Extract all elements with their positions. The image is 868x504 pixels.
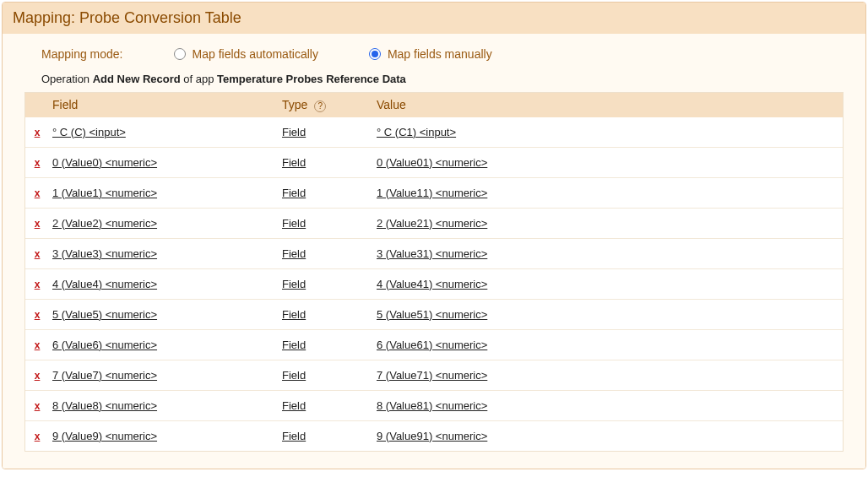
field-link[interactable]: 5 (Value5) <numeric> [52, 308, 157, 321]
value-link[interactable]: 8 (Value81) <numeric> [377, 399, 487, 412]
delete-row-button[interactable]: x [35, 279, 41, 290]
value-cell: 1 (Value11) <numeric> [375, 187, 843, 199]
value-link[interactable]: 2 (Value21) <numeric> [377, 217, 487, 230]
type-link[interactable]: Field [282, 247, 306, 260]
delete-row-button[interactable]: x [35, 309, 41, 321]
field-cell: 5 (Value5) <numeric> [49, 308, 282, 321]
table-row: x1 (Value1) <numeric>Field1 (Value11) <n… [25, 177, 843, 208]
operation-app: Temperature Probes Reference Data [217, 73, 406, 85]
delete-cell: x [25, 369, 49, 382]
radio-auto-label: Map fields automatically [193, 47, 318, 61]
type-cell: Field [282, 247, 375, 260]
type-link[interactable]: Field [282, 430, 306, 442]
delete-row-button[interactable]: x [35, 218, 41, 230]
field-link[interactable]: 6 (Value6) <numeric> [52, 339, 157, 351]
delete-row-button[interactable]: x [35, 127, 41, 138]
delete-row-button[interactable]: x [35, 400, 41, 412]
panel-body: Mapping mode: Map fields automatically M… [3, 34, 865, 469]
field-link[interactable]: 1 (Value1) <numeric> [52, 187, 157, 199]
value-link[interactable]: 3 (Value31) <numeric> [377, 247, 487, 260]
mapping-mode-label: Mapping mode: [41, 47, 123, 61]
table-row: x8 (Value8) <numeric>Field8 (Value81) <n… [25, 390, 843, 420]
field-link[interactable]: 3 (Value3) <numeric> [52, 247, 157, 260]
operation-line: Operation Add New Record of app Temperat… [24, 71, 844, 92]
table-header: Field Type ? Value [25, 93, 843, 117]
type-link[interactable]: Field [282, 308, 306, 321]
radio-icon [174, 48, 186, 60]
type-link[interactable]: Field [282, 126, 306, 138]
value-link[interactable]: 4 (Value41) <numeric> [377, 278, 487, 290]
type-cell: Field [282, 369, 375, 382]
value-link[interactable]: 0 (Value01) <numeric> [377, 156, 487, 169]
delete-row-button[interactable]: x [35, 187, 41, 199]
operation-action: Add New Record [93, 73, 181, 85]
table-row: x° C (C) <input>Field° C (C1) <input> [25, 117, 843, 147]
value-link[interactable]: ° C (C1) <input> [377, 126, 456, 138]
value-cell: 0 (Value01) <numeric> [375, 156, 843, 169]
mapping-table: Field Type ? Value x° C (C) <input>Field… [24, 92, 844, 452]
field-cell: 1 (Value1) <numeric> [49, 187, 282, 199]
type-cell: Field [282, 278, 375, 290]
mapping-mode-radio-group: Map fields automatically Map fields manu… [174, 47, 492, 61]
value-cell: 4 (Value41) <numeric> [375, 278, 843, 290]
type-link[interactable]: Field [282, 217, 306, 230]
table-row: x6 (Value6) <numeric>Field6 (Value61) <n… [25, 329, 843, 360]
delete-row-button[interactable]: x [35, 339, 41, 351]
field-cell: 7 (Value7) <numeric> [49, 369, 282, 382]
field-cell: 8 (Value8) <numeric> [49, 399, 282, 412]
field-link[interactable]: 9 (Value9) <numeric> [52, 430, 157, 442]
table-body: x° C (C) <input>Field° C (C1) <input>x0 … [25, 117, 843, 451]
value-link[interactable]: 6 (Value61) <numeric> [377, 339, 487, 351]
field-link[interactable]: 8 (Value8) <numeric> [52, 399, 157, 412]
col-value-header: Value [375, 98, 843, 112]
delete-row-button[interactable]: x [35, 248, 41, 260]
col-field-header: Field [49, 98, 282, 112]
radio-manual-label: Map fields manually [388, 47, 492, 61]
field-link[interactable]: ° C (C) <input> [52, 126, 126, 138]
field-link[interactable]: 2 (Value2) <numeric> [52, 217, 157, 230]
mapping-panel: Mapping: Probe Conversion Table Mapping … [2, 2, 866, 469]
type-cell: Field [282, 217, 375, 230]
value-cell: 7 (Value71) <numeric> [375, 369, 843, 382]
field-cell: 0 (Value0) <numeric> [49, 156, 282, 169]
type-link[interactable]: Field [282, 156, 306, 169]
value-cell: 9 (Value91) <numeric> [375, 430, 843, 442]
mapping-mode-row: Mapping mode: Map fields automatically M… [24, 42, 844, 71]
field-link[interactable]: 0 (Value0) <numeric> [52, 156, 157, 169]
table-row: x2 (Value2) <numeric>Field2 (Value21) <n… [25, 208, 843, 238]
type-link[interactable]: Field [282, 278, 306, 290]
type-link[interactable]: Field [282, 187, 306, 199]
value-cell: 6 (Value61) <numeric> [375, 339, 843, 351]
field-link[interactable]: 4 (Value4) <numeric> [52, 278, 157, 290]
table-row: x0 (Value0) <numeric>Field0 (Value01) <n… [25, 147, 843, 177]
delete-cell: x [25, 126, 49, 138]
type-cell: Field [282, 430, 375, 442]
value-link[interactable]: 1 (Value11) <numeric> [377, 187, 487, 199]
delete-row-button[interactable]: x [35, 370, 41, 382]
delete-cell: x [25, 217, 49, 230]
help-icon[interactable]: ? [314, 100, 326, 112]
value-link[interactable]: 7 (Value71) <numeric> [377, 369, 487, 382]
type-cell: Field [282, 399, 375, 412]
delete-row-button[interactable]: x [35, 157, 41, 169]
table-row: x7 (Value7) <numeric>Field7 (Value71) <n… [25, 360, 843, 390]
type-link[interactable]: Field [282, 369, 306, 382]
delete-cell: x [25, 187, 49, 199]
delete-cell: x [25, 156, 49, 169]
value-cell: ° C (C1) <input> [375, 126, 843, 138]
type-cell: Field [282, 308, 375, 321]
type-cell: Field [282, 156, 375, 169]
delete-cell: x [25, 247, 49, 260]
delete-cell: x [25, 308, 49, 321]
value-link[interactable]: 5 (Value51) <numeric> [377, 308, 487, 321]
table-row: x4 (Value4) <numeric>Field4 (Value41) <n… [25, 268, 843, 299]
type-link[interactable]: Field [282, 339, 306, 351]
radio-icon [369, 48, 381, 60]
col-type-header-text: Type [282, 98, 307, 111]
type-link[interactable]: Field [282, 399, 306, 412]
field-link[interactable]: 7 (Value7) <numeric> [52, 369, 157, 382]
delete-row-button[interactable]: x [35, 431, 41, 442]
value-link[interactable]: 9 (Value91) <numeric> [377, 430, 487, 442]
radio-auto[interactable]: Map fields automatically [174, 47, 318, 61]
radio-manual[interactable]: Map fields manually [369, 47, 492, 61]
